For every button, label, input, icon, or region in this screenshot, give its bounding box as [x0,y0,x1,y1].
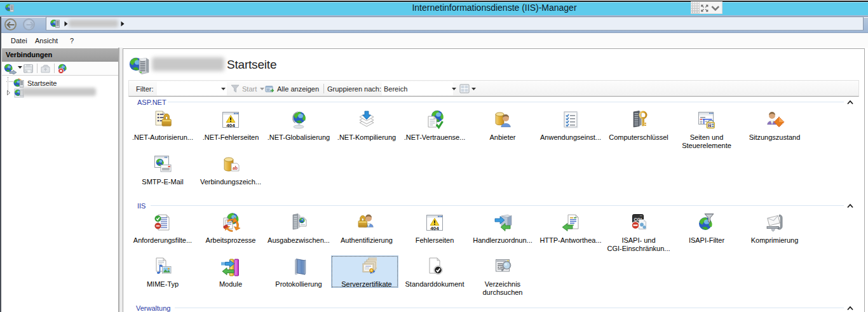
svg-text:ab: ab [233,165,238,171]
svg-text:404: 404 [430,226,439,231]
svg-text:404: 404 [226,123,235,128]
